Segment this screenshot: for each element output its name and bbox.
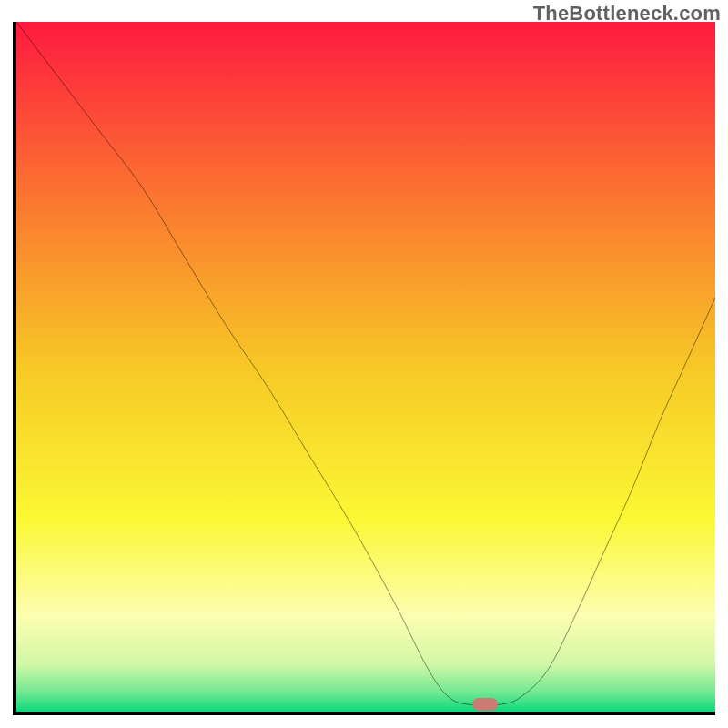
bottleneck-curve bbox=[16, 22, 715, 712]
chart-frame: TheBottleneck.com bbox=[0, 0, 728, 728]
optimal-point-marker bbox=[472, 698, 498, 711]
plot-area bbox=[13, 22, 715, 715]
curve-path bbox=[16, 22, 715, 705]
